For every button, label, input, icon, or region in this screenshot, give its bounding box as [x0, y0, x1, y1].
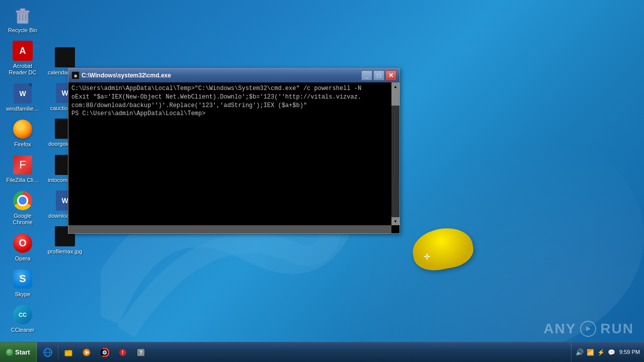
taskbar-item-explorer[interactable]	[59, 343, 77, 361]
windfamilie-icon: W	[13, 83, 33, 104]
filezilla-label: FileZilla Cli…	[5, 177, 40, 184]
calendaring-icon	[55, 47, 75, 67]
chrome-taskbar-icon	[100, 347, 110, 357]
start-orb-icon	[6, 349, 13, 356]
desktop-icon-firefox[interactable]: Firefox	[3, 117, 42, 150]
power-icon[interactable]: ⚡	[597, 349, 605, 356]
desktop-icon-acrobat[interactable]: A Acrobat Reader DC	[3, 39, 42, 78]
desktop-icon-skype[interactable]: S Skype	[3, 267, 42, 300]
chrome-icon	[13, 191, 33, 211]
anyrun-watermark: ANY RUN	[543, 321, 634, 337]
desktop-icon-opera[interactable]: O Opera	[3, 231, 42, 264]
desktop-icon-filezilla[interactable]: F FileZilla Cli…	[3, 153, 42, 186]
skype-label: Skype	[5, 291, 40, 298]
acrobat-icon: A	[13, 41, 33, 61]
taskbar-right: 🔊 📶 ⚡ 💬 9:59 PM	[571, 342, 644, 362]
taskbar[interactable]: Start	[0, 342, 644, 362]
cmd-scrollbar[interactable]: ▲ ▼	[391, 82, 399, 225]
acrobat-label: Acrobat Reader DC	[5, 63, 40, 76]
ccleaner-label: CCleaner	[5, 327, 40, 333]
anyrun-play-icon	[580, 321, 596, 337]
network-icon[interactable]: 📶	[587, 349, 594, 356]
cmd-hscrollbar[interactable]	[68, 225, 391, 233]
desktop-icons-col1: Recycle Bin A Acrobat Reader DC W windfa…	[3, 3, 42, 362]
chrome-label: Google Chrome	[5, 213, 40, 226]
mse-icon: !	[118, 347, 128, 357]
cmd-scroll-track[interactable]	[391, 90, 399, 217]
taskbar-item-ie[interactable]	[39, 343, 57, 361]
svg-text:!: !	[122, 350, 123, 355]
desktop: Recycle Bin A Acrobat Reader DC W windfa…	[0, 0, 644, 362]
taskbar-item-chrome[interactable]	[96, 343, 114, 361]
cmd-scroll-up-button[interactable]: ▲	[391, 82, 399, 90]
explorer-icon	[63, 347, 73, 357]
taskbar-sep-1	[58, 345, 58, 359]
media-player-icon	[82, 347, 92, 357]
anyrun-text2: RUN	[600, 321, 634, 337]
cmd-title-icon: ■	[71, 71, 79, 79]
cmd-minimize-button[interactable]: _	[361, 70, 372, 80]
cmd-maximize-button[interactable]: □	[373, 70, 384, 80]
svg-rect-2	[20, 9, 25, 11]
opera-icon: O	[13, 233, 33, 253]
desktop-icon-windfamilie[interactable]: W windfamilie…	[3, 81, 42, 114]
windfamilie-label: windfamilie…	[5, 106, 40, 112]
anyrun-text: ANY	[543, 321, 576, 337]
skype-icon: S	[13, 269, 33, 289]
filezilla-icon: F	[13, 155, 33, 175]
taskbar-items: ! ?	[37, 342, 571, 362]
cmd-scroll-down-button[interactable]: ▼	[391, 217, 399, 225]
svg-marker-9	[586, 326, 591, 331]
system-tray: 🔊 📶 ⚡ 💬	[576, 348, 615, 356]
profilemax-label: profilemax.jpg	[47, 248, 83, 255]
cmd-output: C:\Users\admin\AppData\Local\Temp>"C:\Wi…	[71, 84, 396, 118]
recycle-bin-label: Recycle Bin	[5, 27, 40, 34]
desktop-icon-ccleaner[interactable]: CC CCleaner	[3, 303, 42, 335]
cmd-controls: _ □ ✕	[361, 70, 396, 80]
taskbar-item-unknown[interactable]: ?	[132, 343, 150, 361]
taskbar-clock[interactable]: 9:59 PM	[619, 348, 640, 356]
speaker-icon[interactable]: 🔊	[576, 348, 584, 356]
firefox-icon	[13, 119, 33, 139]
start-button[interactable]: Start	[0, 342, 37, 363]
desktop-icon-chrome[interactable]: Google Chrome	[3, 189, 42, 228]
svg-point-18	[103, 350, 106, 354]
firefox-label: Firefox	[5, 141, 40, 148]
taskbar-item-media[interactable]	[77, 343, 96, 361]
ie-icon	[43, 347, 53, 357]
svg-text:?: ?	[139, 350, 142, 355]
unknown-taskbar-icon: ?	[136, 347, 146, 357]
cmd-title-text: C:\Windows\system32\cmd.exe	[82, 72, 359, 79]
opera-label: Opera	[5, 255, 40, 262]
cmd-titlebar[interactable]: ■ C:\Windows\system32\cmd.exe _ □ ✕	[68, 68, 399, 82]
clock-time: 9:59 PM	[619, 348, 640, 356]
action-center-icon[interactable]: 💬	[608, 349, 615, 356]
start-label: Start	[15, 348, 30, 356]
ccleaner-icon: CC	[13, 305, 33, 325]
taskbar-item-mse[interactable]: !	[114, 343, 132, 361]
cmd-close-button[interactable]: ✕	[385, 70, 396, 80]
yellow-object	[410, 224, 476, 274]
desktop-icon-recycle-bin[interactable]: Recycle Bin	[3, 3, 42, 36]
cmd-scroll-thumb[interactable]	[391, 90, 399, 106]
cmd-window[interactable]: ■ C:\Windows\system32\cmd.exe _ □ ✕ C:\U…	[68, 68, 400, 234]
cmd-body: C:\Users\admin\AppData\Local\Temp>"C:\Wi…	[68, 82, 399, 233]
recycle-bin-icon	[13, 5, 33, 25]
